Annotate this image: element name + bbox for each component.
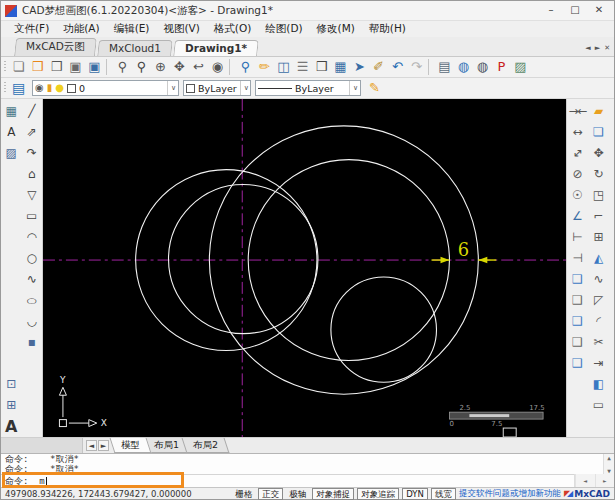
dimension-text[interactable]: 6 — [458, 239, 469, 260]
point-icon[interactable]: ▪ — [22, 332, 42, 353]
publish-web-icon[interactable]: ◍ — [454, 58, 473, 76]
arc-icon[interactable]: ◠ — [22, 227, 42, 248]
toggle-lineweight[interactable]: 线宽 — [431, 488, 456, 500]
chamfer-icon[interactable]: ◸ — [589, 290, 609, 311]
dim-baseline-icon[interactable]: ⊢ — [568, 227, 588, 248]
draworder-back-icon[interactable]: ❑ — [568, 290, 588, 311]
spline-icon[interactable]: ∿ — [22, 269, 42, 290]
mtext-icon[interactable]: A — [1, 122, 21, 143]
menu-view[interactable]: 视图(V) — [156, 22, 206, 36]
dim-angular-icon[interactable]: ∠ — [568, 206, 588, 227]
text-tool-icon[interactable]: A — [1, 416, 21, 437]
menu-help[interactable]: 帮助(H) — [362, 22, 413, 36]
pdf-export-icon[interactable]: P — [492, 58, 511, 76]
drawing-canvas[interactable]: 6YX2.517.507.5 — [43, 99, 566, 437]
menu-draw[interactable]: 绘图(D) — [258, 22, 309, 36]
erase-icon[interactable]: ▰ — [589, 101, 609, 122]
toggle-osnap[interactable]: 对象捕捉 — [312, 488, 354, 500]
polygon-icon[interactable]: ▽ — [22, 185, 42, 206]
zoom-scale-icon[interactable]: ↩ — [189, 58, 208, 76]
chevron-down-icon[interactable]: ∨ — [240, 81, 249, 95]
zoom-previous-icon[interactable]: ⚲ — [236, 58, 255, 76]
mirror-icon[interactable]: ◭ — [589, 248, 609, 269]
scroll-left-icon[interactable]: ◄ — [575, 474, 595, 487]
circle-icon[interactable]: ○ — [22, 248, 42, 269]
scroll-up-icon[interactable]: ▲ — [604, 454, 614, 461]
draw-pencil-icon[interactable]: ✎ — [365, 79, 384, 97]
copy-icon[interactable]: ❏ — [589, 122, 609, 143]
rotate-icon[interactable]: ↻ — [589, 164, 609, 185]
chevron-down-icon[interactable]: ∨ — [167, 81, 176, 95]
menu-format[interactable]: 格式(O) — [207, 22, 258, 36]
tab-scroll-left-icon[interactable]: ◄ — [585, 44, 590, 52]
pan-icon[interactable]: ✥ — [170, 58, 189, 76]
ellipse-arc-icon[interactable]: ◡ — [22, 311, 42, 332]
scroll-right-icon[interactable]: ► — [595, 474, 615, 487]
dim-break-icon[interactable]: →← — [568, 101, 588, 122]
feedback-link[interactable]: 提交软件问题或增加新功能 — [459, 488, 561, 500]
line-icon[interactable]: ╱ — [22, 101, 42, 122]
draworder-order-icon[interactable]: ❑ — [568, 353, 588, 374]
toggle-ortho[interactable]: 正交 — [258, 488, 283, 500]
offset-icon[interactable]: ⌐ — [589, 206, 609, 227]
sheet-scroll-right-icon[interactable]: ► — [98, 440, 109, 451]
tab-mxcloud1[interactable]: MxCloud1 — [97, 40, 173, 56]
zoom-extents-icon[interactable]: ⊕ — [151, 58, 170, 76]
draworder-front-icon[interactable]: ❑ — [568, 269, 588, 290]
array-icon[interactable]: ⊞ — [589, 227, 609, 248]
separator[interactable] — [428, 59, 433, 75]
spline-edit-icon[interactable]: ∿ — [589, 269, 609, 290]
zoom-realtime-icon[interactable]: ⚲ — [113, 58, 132, 76]
tab-close-icon[interactable]: ✕ — [604, 44, 610, 52]
draworder-below-icon[interactable]: ❑ — [568, 332, 588, 353]
stretch-icon[interactable]: ▭ — [589, 395, 609, 416]
toggle-grid[interactable]: 栅格 — [232, 489, 255, 499]
insert-block-icon[interactable]: ⊡ — [1, 374, 21, 395]
ellipse-icon[interactable]: ○ — [22, 294, 42, 307]
close-button[interactable]: ✕ — [588, 3, 610, 18]
undo-icon[interactable]: ↶ — [388, 58, 407, 76]
page-setup-icon[interactable]: ❒ — [312, 58, 331, 76]
chevron-down-icon[interactable]: ∨ — [349, 81, 358, 95]
web-globe-icon[interactable]: ◍ — [473, 58, 492, 76]
redo-icon[interactable]: ↷ — [407, 58, 426, 76]
toggle-otrack[interactable]: 对象追踪 — [357, 488, 399, 500]
menu-modify[interactable]: 修改(M) — [310, 22, 362, 36]
xline-icon[interactable]: ⇗ — [22, 122, 42, 143]
image-icon[interactable]: ▦ — [1, 101, 21, 122]
save-icon[interactable]: ▣ — [66, 58, 85, 76]
menu-function[interactable]: 功能(A) — [56, 22, 106, 36]
new-file-icon[interactable]: ❏ — [9, 58, 28, 76]
command-line-panel[interactable]: 命令: *取消*命令: *取消* 命令: m ▲ ▼ ◄ ► — [1, 453, 614, 487]
toggle-dyn[interactable]: DYN — [402, 488, 428, 500]
fillet-icon[interactable]: ◜ — [589, 311, 609, 332]
sketch-pencil-icon[interactable]: ✏ — [255, 58, 274, 76]
arc-3point-icon[interactable]: ↷ — [22, 143, 42, 164]
open-cloud-icon[interactable]: ❒ — [28, 58, 47, 76]
extend-icon[interactable]: ⇥ — [589, 353, 609, 374]
tab-scroll-right-icon[interactable]: ► — [595, 44, 600, 52]
toggle-polar[interactable]: 极轴 — [286, 489, 309, 499]
trim-icon[interactable]: ✂ — [589, 332, 609, 353]
zoom-window-icon[interactable]: ⚲ — [132, 58, 151, 76]
display-settings-icon[interactable]: ▦ — [331, 58, 350, 76]
drawing-svg[interactable]: 6YX2.517.507.5 — [43, 99, 566, 437]
image-export-icon[interactable]: ▨ — [511, 58, 530, 76]
print-icon[interactable]: ▤ — [435, 58, 454, 76]
dim-continue-icon[interactable]: ⊣ — [568, 248, 588, 269]
open-folder-icon[interactable]: ❒ — [47, 58, 66, 76]
separator[interactable] — [106, 59, 111, 75]
save-as-icon[interactable]: ▣ — [85, 58, 104, 76]
command-horizontal-scrollbar[interactable]: ◄ ► — [574, 474, 614, 487]
layout-panels-icon[interactable]: ◫ — [274, 58, 293, 76]
pentagon-icon[interactable]: ⌂ — [22, 164, 42, 185]
zoom-object-icon[interactable]: ◉ — [208, 58, 227, 76]
text-list-icon[interactable]: ☰ — [293, 58, 312, 76]
draworder-above-icon[interactable]: ❑ — [568, 311, 588, 332]
minimize-button[interactable]: – — [540, 3, 562, 18]
layers-icon[interactable]: ▤ — [9, 79, 28, 97]
command-input[interactable]: 命令: m — [1, 474, 614, 488]
maximize-button[interactable]: □ — [564, 3, 586, 18]
explode-icon[interactable]: ◧ — [589, 374, 609, 395]
brush-icon[interactable]: ✐ — [369, 58, 388, 76]
